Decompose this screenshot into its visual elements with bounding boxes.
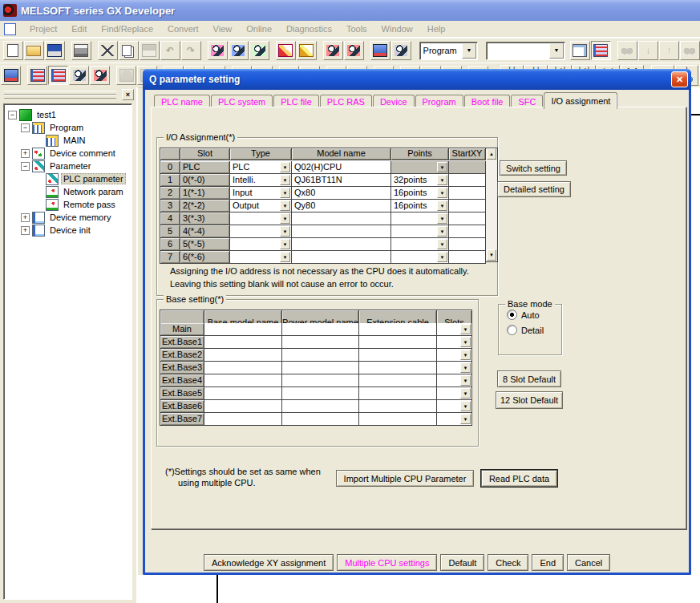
base-cell-slots[interactable]: ▼ xyxy=(437,400,472,413)
plc-read-write-button[interactable] xyxy=(1,66,21,85)
find-combo[interactable]: ▼ xyxy=(486,42,565,60)
base-cell-model[interactable] xyxy=(204,349,282,362)
chevron-down-icon[interactable]: ▼ xyxy=(437,226,447,237)
io-cell-type[interactable]: ▼ xyxy=(230,225,292,238)
project-data-list-button[interactable] xyxy=(591,41,611,60)
base-cell-model[interactable] xyxy=(204,387,282,400)
base-cell-cable[interactable] xyxy=(359,349,437,362)
base-cell-power[interactable] xyxy=(282,400,359,413)
tree-item-network-param[interactable]: Network param xyxy=(4,185,132,198)
menu-online[interactable]: Online xyxy=(239,24,279,34)
chevron-down-icon[interactable]: ▼ xyxy=(460,337,471,347)
base-cell-model[interactable] xyxy=(204,374,282,387)
io-cell-startxy[interactable] xyxy=(449,161,486,174)
base-cell-power[interactable] xyxy=(282,374,359,387)
io-cell-type[interactable]: ▼ xyxy=(230,212,292,225)
chevron-down-icon[interactable]: ▼ xyxy=(460,350,471,360)
detailed-setting-button[interactable]: Detailed setting xyxy=(497,181,571,197)
chevron-down-icon[interactable]: ▼ xyxy=(280,213,290,224)
chevron-down-icon[interactable]: ▼ xyxy=(549,43,564,59)
io-cell-type[interactable]: Intelli. ▼ xyxy=(230,174,292,187)
tree-expand-icon[interactable] xyxy=(21,162,30,171)
find-button[interactable] xyxy=(208,41,228,60)
zoom-source-button[interactable] xyxy=(323,41,343,60)
param-tree-button[interactable] xyxy=(27,66,47,85)
read-plc-data-button[interactable]: Read PLC data xyxy=(481,470,557,487)
base-mode-detail-option[interactable]: Detail xyxy=(507,325,561,335)
menu-tools[interactable]: Tools xyxy=(339,24,374,34)
menu-convert[interactable]: Convert xyxy=(160,24,206,34)
end-button[interactable]: End xyxy=(532,554,564,571)
tree-expand-icon[interactable] xyxy=(21,149,30,158)
menu-diagnostics[interactable]: Diagnostics xyxy=(279,24,339,34)
chevron-down-icon[interactable]: ▼ xyxy=(437,213,447,224)
io-cell-points[interactable]: ▼ xyxy=(391,251,449,264)
base-cell-slots[interactable]: ▼ xyxy=(437,387,472,400)
chevron-down-icon[interactable]: ▼ xyxy=(280,226,290,237)
base-cell-slots[interactable]: ▼ xyxy=(437,336,472,349)
chevron-down-icon[interactable]: ▼ xyxy=(280,188,290,198)
tree-item-program[interactable]: Program xyxy=(4,121,132,134)
chevron-down-icon[interactable]: ▼ xyxy=(460,388,471,399)
io-cell-startxy[interactable] xyxy=(449,187,486,200)
chevron-down-icon[interactable]: ▼ xyxy=(460,375,471,386)
radio-on-icon[interactable] xyxy=(507,310,517,320)
tree-item-device-comment[interactable]: Device comment xyxy=(4,147,132,160)
program-combo[interactable]: Program ▼ xyxy=(419,42,478,60)
io-table-scrollbar[interactable]: ▲ ▼ xyxy=(486,148,498,262)
io-cell-model-name[interactable]: QJ61BT11N xyxy=(292,174,391,187)
base-cell-cable[interactable] xyxy=(359,336,437,349)
default-button[interactable]: Default xyxy=(440,554,484,571)
tree-item-parameter[interactable]: Parameter xyxy=(4,160,132,172)
tree-expand-icon[interactable] xyxy=(8,111,17,119)
io-cell-startxy[interactable] xyxy=(449,200,486,212)
base-cell-slots[interactable]: ▼ xyxy=(437,374,472,387)
base-cell-power[interactable] xyxy=(282,413,359,426)
base-cell-cable[interactable] xyxy=(359,374,437,387)
chevron-down-icon[interactable]: ▼ xyxy=(280,239,290,249)
transfer-setup-button[interactable] xyxy=(370,41,390,60)
radio-off-icon[interactable] xyxy=(507,325,517,335)
doc-mag-button[interactable] xyxy=(69,66,89,85)
chevron-down-icon[interactable]: ▼ xyxy=(437,239,447,249)
io-cell-points[interactable]: ▼ xyxy=(391,212,449,225)
tree-item-main[interactable]: MAIN xyxy=(4,134,132,147)
chevron-down-icon[interactable]: ▼ xyxy=(437,162,447,172)
io-cell-model-name[interactable]: Qy80 xyxy=(292,200,391,212)
tree-expand-icon[interactable] xyxy=(21,123,30,132)
base-cell-cable[interactable] xyxy=(359,387,437,400)
tab-io-assignment[interactable]: I/O assignment xyxy=(544,92,617,109)
paste-button[interactable] xyxy=(140,41,160,60)
import-multiple-cpu-parameter-button[interactable]: Import Multiple CPU Parameter xyxy=(336,470,474,487)
switch-setting-button[interactable]: Switch setting xyxy=(500,160,567,176)
io-cell-points[interactable]: ▼ xyxy=(391,238,449,251)
io-cell-startxy[interactable] xyxy=(449,225,486,238)
io-cell-startxy[interactable] xyxy=(449,251,486,264)
multiple-cpu-settings-button[interactable]: Multiple CPU settings xyxy=(337,554,437,571)
io-cell-points[interactable]: 16points ▼ xyxy=(391,187,449,200)
base-cell-slots[interactable]: ▼ xyxy=(437,413,472,426)
base-cell-model[interactable] xyxy=(204,336,282,349)
io-cell-model-name[interactable] xyxy=(292,225,391,238)
cancel-button[interactable]: Cancel xyxy=(567,554,610,571)
base-cell-power[interactable] xyxy=(282,323,359,336)
io-cell-points[interactable]: 32points ▼ xyxy=(391,174,449,187)
menu-project[interactable]: Project xyxy=(22,24,64,34)
redo-button[interactable]: ↷ xyxy=(181,41,201,60)
io-cell-model-name[interactable]: Q02(H)CPU xyxy=(292,161,391,174)
find-binoculars-button[interactable] xyxy=(617,41,637,60)
chevron-down-icon[interactable]: ▼ xyxy=(280,162,290,172)
menu-help[interactable]: Help xyxy=(420,24,453,34)
close-icon[interactable]: × xyxy=(122,89,134,100)
chevron-down-icon[interactable]: ▼ xyxy=(437,252,447,262)
menu-window[interactable]: Window xyxy=(374,24,420,34)
acknowledge-xy-assignment-button[interactable]: Acknowledge XY assignment xyxy=(204,554,334,571)
base-cell-power[interactable] xyxy=(282,387,359,400)
scroll-up-icon[interactable]: ▲ xyxy=(487,148,496,160)
base-cell-cable[interactable] xyxy=(359,400,437,413)
base-cell-cable[interactable] xyxy=(359,323,437,336)
io-cell-points[interactable]: ▼ xyxy=(391,225,449,238)
io-cell-startxy[interactable] xyxy=(449,238,486,251)
base-cell-slots[interactable]: ▼ xyxy=(437,349,472,362)
panel-gripper[interactable] xyxy=(4,95,116,99)
